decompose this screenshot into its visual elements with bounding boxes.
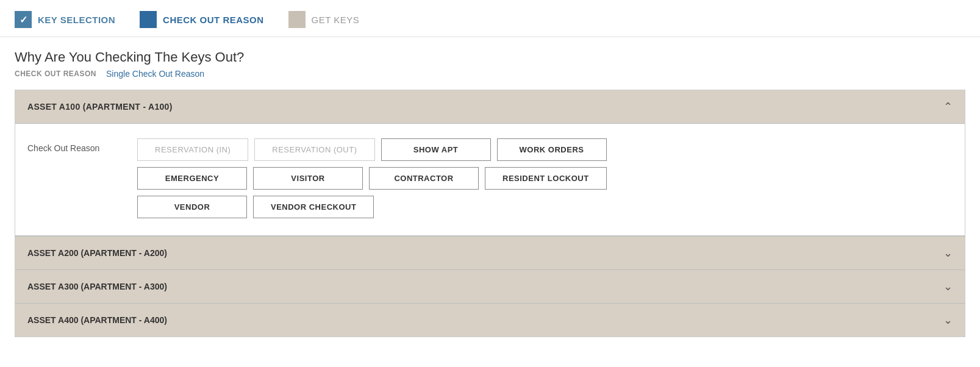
checkout-reason-section-label-a100: Check Out Reason (27, 138, 101, 153)
step-get-keys-label: GET KEYS (312, 15, 360, 25)
contractor-button[interactable]: CONTRACTOR (369, 167, 479, 190)
accordion-item-a400[interactable]: ASSET A400 (APARTMENT - A400) ⌄ (15, 303, 965, 337)
checkout-reason-label: CHECK OUT REASON (15, 69, 96, 78)
vendor-button[interactable]: VENDOR (137, 196, 247, 218)
accordion-item-a300[interactable]: ASSET A300 (APARTMENT - A300) ⌄ (15, 269, 965, 303)
reservation-in-button[interactable]: RESERVATION (IN) (137, 138, 248, 161)
accordion-item-a100: ASSET A100 (APARTMENT - A100) ⌃ Check Ou… (15, 90, 965, 236)
reason-row-1: RESERVATION (IN) RESERVATION (OUT) SHOW … (137, 138, 607, 161)
work-orders-button[interactable]: WORK ORDERS (497, 138, 607, 161)
accordion-header-a100[interactable]: ASSET A100 (APARTMENT - A100) ⌃ (15, 90, 965, 124)
accordion-header-a300-label: ASSET A300 (APARTMENT - A300) (27, 282, 167, 291)
accordion: ASSET A100 (APARTMENT - A100) ⌃ Check Ou… (15, 90, 965, 337)
accordion-item-a200[interactable]: ASSET A200 (APARTMENT - A200) ⌄ (15, 236, 965, 269)
main-content: Why Are You Checking The Keys Out? CHECK… (0, 37, 980, 337)
show-apt-button[interactable]: SHOW APT (381, 138, 491, 161)
step-check-out-reason: CHECK OUT REASON (140, 11, 264, 28)
step-key-selection-icon: ✓ (15, 11, 32, 28)
chevron-down-icon-a400: ⌄ (943, 313, 953, 327)
reason-row-3: VENDOR VENDOR CHECKOUT (137, 196, 607, 218)
chevron-down-icon-a200: ⌄ (943, 246, 953, 260)
vendor-checkout-button[interactable]: VENDOR CHECKOUT (253, 196, 374, 218)
step-key-selection-label: KEY SELECTION (38, 15, 115, 25)
accordion-body-a100: Check Out Reason RESERVATION (IN) RESERV… (15, 124, 965, 236)
accordion-header-a100-label: ASSET A100 (APARTMENT - A100) (27, 102, 173, 112)
checkout-reason-row: CHECK OUT REASON Single Check Out Reason (15, 69, 965, 79)
chevron-down-icon-a300: ⌄ (943, 280, 953, 293)
reason-row-2: EMERGENCY VISITOR CONTRACTOR RESIDENT LO… (137, 167, 607, 190)
reason-buttons-a100: RESERVATION (IN) RESERVATION (OUT) SHOW … (137, 138, 607, 218)
stepper: ✓ KEY SELECTION CHECK OUT REASON GET KEY… (0, 0, 980, 37)
emergency-button[interactable]: EMERGENCY (137, 167, 247, 190)
visitor-button[interactable]: VISITOR (253, 167, 363, 190)
step-get-keys: GET KEYS (288, 11, 360, 28)
chevron-up-icon-a100: ⌃ (943, 100, 953, 113)
accordion-header-a200-label: ASSET A200 (APARTMENT - A200) (27, 248, 167, 258)
resident-lockout-button[interactable]: RESIDENT LOCKOUT (485, 167, 607, 190)
step-check-out-reason-label: CHECK OUT REASON (163, 15, 264, 25)
step-key-selection: ✓ KEY SELECTION (15, 11, 115, 28)
checkout-reason-link[interactable]: Single Check Out Reason (106, 69, 204, 79)
accordion-header-a400-label: ASSET A400 (APARTMENT - A400) (27, 315, 167, 325)
checkout-reason-section-a100: Check Out Reason RESERVATION (IN) RESERV… (27, 138, 953, 218)
reservation-out-button[interactable]: RESERVATION (OUT) (254, 138, 374, 161)
step-get-keys-icon (288, 11, 306, 28)
step-check-out-reason-icon (140, 11, 157, 28)
page-title: Why Are You Checking The Keys Out? (15, 49, 965, 65)
